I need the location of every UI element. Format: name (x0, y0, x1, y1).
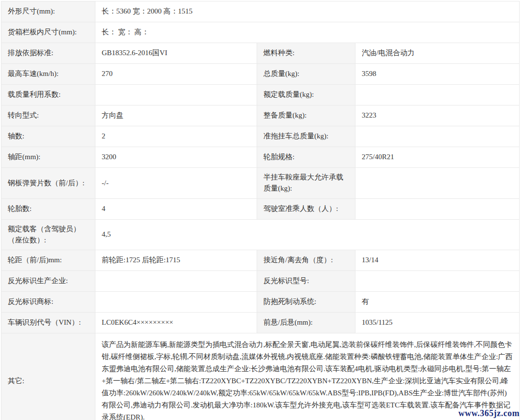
label-exterior-dimensions: 外形尺寸(mm): (1, 1, 95, 22)
label-steering-type: 转向型式: (1, 105, 95, 126)
value-towable-trailer-mass (355, 126, 520, 147)
label-load-utilization-factor: 载质量利用系数: (1, 85, 95, 105)
value-steering-type: 方向盘 (95, 105, 257, 126)
value-other-remarks: 该产品为新能源车辆,新能源类型为插电式混合动力,标配全景天窗,电动尾翼,选装前保… (95, 333, 520, 420)
label-fifth-wheel-max-load: 半挂车鞍座最大允许承载质量(kg): (257, 168, 355, 199)
label-reflective-marking-model: 反光标识型号: (257, 271, 355, 292)
value-wheelbase: 3200 (95, 147, 257, 168)
table-row: 载质量利用系数: 额定载质量(kg): (1, 85, 520, 105)
table-row: 外形尺寸(mm): 长：5360 宽：2000 高：1515 (1, 1, 520, 22)
value-tire-count: 4 (95, 198, 257, 219)
table-row: 排放依据标准: GB18352.6-2016国VI 燃料种类: 汽油/电混合动力 (1, 43, 520, 64)
value-front-rear-overhang: 1035/1125 (355, 313, 520, 333)
label-emission-standard: 排放依据标准: (1, 43, 95, 64)
value-axle-count: 2 (95, 126, 257, 147)
value-max-speed: 270 (95, 64, 257, 85)
value-emission-standard: GB18352.6-2016国VI (95, 43, 257, 64)
label-tire-count: 轮胎数: (1, 198, 95, 219)
table-row: 反光标识商标: 防抱死制动系统: 有 (1, 292, 520, 313)
value-track-width: 前轮距:1725 后轮距:1715 (95, 250, 257, 271)
value-gross-mass: 3598 (355, 64, 520, 85)
vehicle-spec-table: 外形尺寸(mm): 长：5360 宽：2000 高：1515 货箱栏板内尺寸(m… (1, 1, 520, 420)
label-cargo-box-inner-dimensions: 货箱栏板内尺寸(mm): (1, 22, 95, 43)
value-leaf-spring-count: -/- (95, 168, 257, 199)
label-front-rear-overhang: 前悬/后悬(mm): (257, 313, 355, 333)
label-tire-spec: 轮胎规格: (257, 147, 355, 168)
label-gross-mass: 总质量(kg): (257, 64, 355, 85)
table-row: 最高车速(km/h): 270 总质量(kg): 3598 (1, 64, 520, 85)
value-cargo-box-inner-dimensions: 长： 宽： 高： (95, 22, 520, 43)
value-reflective-marking-trademark (95, 292, 257, 313)
table-row: 额定载客（含驾驶员）（座位数）: 4,5 (1, 219, 520, 250)
label-reflective-marking-manufacturer: 反光标识生产企业: (1, 271, 95, 292)
value-fuel-type: 汽油/电混合动力 (355, 43, 520, 64)
value-approach-departure-angle: 13/14 (355, 250, 520, 271)
table-row: 转向型式: 方向盘 整备质量(kg): 3223 (1, 105, 520, 126)
table-row: 货箱栏板内尺寸(mm): 长： 宽： 高： (1, 22, 520, 43)
value-tire-spec: 275/40R21 (355, 147, 520, 168)
label-rated-load-mass: 额定载质量(kg): (257, 85, 355, 105)
label-reflective-marking-trademark: 反光标识商标: (1, 292, 95, 313)
site-watermark: www.365jz.com (459, 408, 520, 419)
table-row: 轴数: 2 准拖挂车总质量(kg): (1, 126, 520, 147)
table-row: 其它: 该产品为新能源车辆,新能源类型为插电式混合动力,标配全景天窗,电动尾翼,… (1, 333, 520, 420)
label-wheelbase: 轴距(mm): (1, 147, 95, 168)
value-exterior-dimensions: 长：5360 宽：2000 高：1515 (95, 1, 520, 22)
table-row: 轮胎数: 4 驾驶室准乘人数（人）: (1, 198, 520, 219)
label-approach-departure-angle: 接近角/离去角（度）: (257, 250, 355, 271)
label-fuel-type: 燃料种类: (257, 43, 355, 64)
label-rated-passengers: 额定载客（含驾驶员）（座位数）: (1, 219, 95, 250)
label-leaf-spring-count: 钢板弹簧片数（前/后）: (1, 168, 95, 199)
label-towable-trailer-mass: 准拖挂车总质量(kg): (257, 126, 355, 147)
value-load-utilization-factor (95, 85, 257, 105)
value-rated-passengers: 4,5 (95, 219, 520, 250)
value-vin: LC0EK6C4××××××××× (95, 313, 257, 333)
value-cab-seating-capacity (355, 198, 520, 219)
table-row: 车辆识别代号（VIN）: LC0EK6C4××××××××× 前悬/后悬(mm)… (1, 313, 520, 333)
label-other-remarks: 其它: (1, 333, 95, 420)
label-axle-count: 轴数: (1, 126, 95, 147)
label-vin: 车辆识别代号（VIN）: (1, 313, 95, 333)
value-reflective-marking-manufacturer (95, 271, 257, 292)
label-abs-system: 防抱死制动系统: (257, 292, 355, 313)
label-curb-mass: 整备质量(kg): (257, 105, 355, 126)
value-abs-system: 有 (355, 292, 520, 313)
table-row: 轮距（前/后)mm: 前轮距:1725 后轮距:1715 接近角/离去角（度）:… (1, 250, 520, 271)
label-track-width: 轮距（前/后)mm: (1, 250, 95, 271)
value-fifth-wheel-max-load (355, 168, 520, 199)
table-row: 轴距(mm): 3200 轮胎规格: 275/40R21 (1, 147, 520, 168)
table-row: 钢板弹簧片数（前/后）: -/- 半挂车鞍座最大允许承载质量(kg): (1, 168, 520, 199)
label-cab-seating-capacity: 驾驶室准乘人数（人）: (257, 198, 355, 219)
value-reflective-marking-model (355, 271, 520, 292)
table-row: 反光标识生产企业: 反光标识型号: (1, 271, 520, 292)
label-max-speed: 最高车速(km/h): (1, 64, 95, 85)
value-curb-mass: 3223 (355, 105, 520, 126)
value-rated-load-mass (355, 85, 520, 105)
